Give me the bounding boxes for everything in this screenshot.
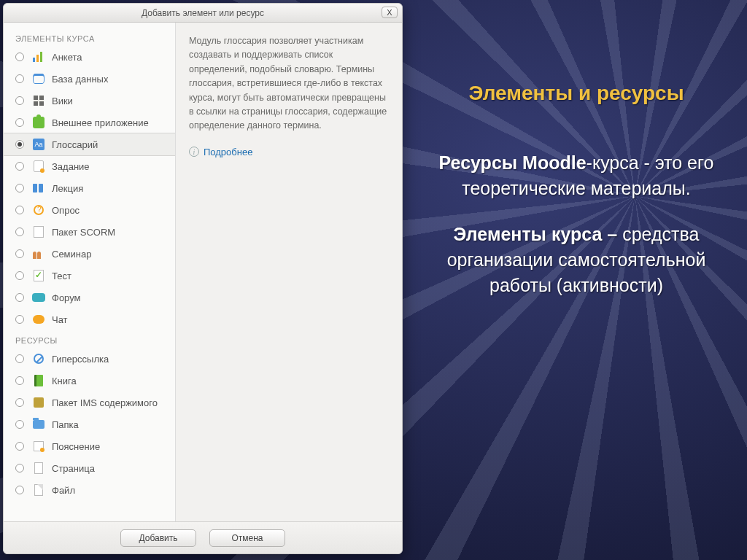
close-button[interactable]: X: [382, 7, 398, 18]
activity-item-wiki[interactable]: Вики: [4, 90, 175, 112]
item-label: Чат: [52, 314, 168, 325]
resource-item-label[interactable]: Пояснение: [4, 435, 175, 457]
resource-item-file[interactable]: Файл: [4, 479, 175, 501]
item-label: Пакет SCORM: [52, 227, 168, 238]
slide-p2-lead: Элементы курса –: [454, 224, 618, 244]
database-icon: [31, 71, 46, 86]
radio-chat[interactable]: [15, 315, 24, 324]
page-icon: [31, 461, 46, 475]
dialog-title: Добавить элемент или ресурс: [142, 8, 264, 18]
item-label: Задание: [52, 161, 168, 172]
radio-wiki[interactable]: [15, 96, 24, 105]
item-label: Пакет IMS содержимого: [52, 397, 168, 408]
item-label: Лекция: [52, 183, 168, 194]
item-label: Файл: [52, 485, 168, 496]
section-header-resources: РЕСУРСЫ: [4, 330, 175, 348]
module-list-panel[interactable]: ЭЛЕМЕНТЫ КУРСА АнкетаБаза данныхВикиВнеш…: [4, 23, 176, 521]
radio-url[interactable]: [15, 354, 24, 363]
book-icon: [31, 373, 46, 388]
add-button[interactable]: Добавить: [120, 529, 196, 547]
radio-assignment[interactable]: [15, 162, 24, 171]
label-icon: [31, 439, 46, 454]
radio-survey[interactable]: [15, 52, 24, 61]
activity-item-survey[interactable]: Анкета: [4, 46, 175, 68]
resource-item-folder[interactable]: Папка: [4, 413, 175, 435]
activity-item-lesson[interactable]: Лекция: [4, 177, 175, 199]
radio-book[interactable]: [15, 376, 24, 385]
more-help-link[interactable]: i Подробнее: [189, 147, 389, 158]
slide-paragraph-1: Ресурсы Moodle-курса - это его теоретиче…: [430, 150, 722, 201]
activity-item-database[interactable]: База данных: [4, 68, 175, 90]
dialog-body: ЭЛЕМЕНТЫ КУРСА АнкетаБаза данныхВикиВнеш…: [4, 23, 402, 521]
activity-item-forum[interactable]: Форум: [4, 287, 175, 308]
slide-p1-lead: Ресурсы Moodle: [439, 152, 587, 173]
survey-icon: [31, 50, 46, 64]
scorm-icon: [31, 225, 46, 239]
activity-item-assignment[interactable]: Задание: [4, 155, 175, 177]
item-label: Анкета: [52, 52, 168, 63]
radio-database[interactable]: [15, 74, 24, 83]
radio-ims[interactable]: [15, 398, 24, 407]
section-header-activities: ЭЛЕМЕНТЫ КУРСА: [4, 28, 175, 46]
item-label: Вики: [52, 96, 168, 106]
slide-text-block: Элементы и ресурсы Ресурсы Moodle-курса …: [430, 80, 722, 319]
more-help-label: Подробнее: [204, 147, 252, 158]
radio-label[interactable]: [15, 442, 24, 451]
choice-icon: [31, 203, 46, 217]
item-label: Страница: [52, 463, 168, 474]
wiki-icon: [31, 93, 46, 108]
forum-icon: [31, 290, 46, 305]
info-icon: i: [189, 147, 199, 157]
slide-paragraph-2: Элементы курса – средства организации са…: [430, 222, 722, 298]
ims-icon: [31, 395, 46, 410]
module-description: Модуль глоссария позволяет участникам со…: [189, 34, 389, 133]
resource-item-url[interactable]: Гиперссылка: [4, 348, 175, 370]
dialog-footer: Добавить Отмена: [4, 521, 402, 553]
radio-lti[interactable]: [15, 118, 24, 127]
item-label: Тест: [52, 271, 168, 281]
resource-item-ims[interactable]: Пакет IMS содержимого: [4, 392, 175, 413]
radio-forum[interactable]: [15, 293, 24, 302]
radio-workshop[interactable]: [15, 249, 24, 258]
activity-item-scorm[interactable]: Пакет SCORM: [4, 221, 175, 243]
radio-file[interactable]: [15, 486, 24, 494]
resource-item-book[interactable]: Книга: [4, 370, 175, 392]
radio-lesson[interactable]: [15, 184, 24, 192]
workshop-icon: [31, 246, 46, 261]
item-label: Книга: [52, 376, 168, 386]
radio-quiz[interactable]: [15, 271, 24, 280]
activity-item-quiz[interactable]: Тест: [4, 265, 175, 287]
glossary-icon: Aa: [31, 137, 46, 152]
radio-choice[interactable]: [15, 206, 24, 214]
item-label: Семинар: [52, 249, 168, 260]
activity-item-glossary[interactable]: AaГлоссарий: [4, 133, 175, 155]
activity-item-chat[interactable]: Чат: [4, 308, 175, 330]
radio-glossary[interactable]: [15, 140, 24, 149]
item-label: Форум: [52, 292, 168, 303]
quiz-icon: [31, 268, 46, 283]
activity-item-lti[interactable]: Внешнее приложение: [4, 112, 175, 133]
folder-icon: [31, 417, 46, 432]
lti-icon: [31, 115, 46, 130]
dialog-title-bar: Добавить элемент или ресурс X: [4, 4, 402, 23]
lesson-icon: [31, 181, 46, 195]
item-label: Папка: [52, 419, 168, 430]
radio-page[interactable]: [15, 464, 24, 472]
chat-icon: [31, 312, 46, 327]
cancel-button[interactable]: Отмена: [209, 529, 285, 547]
description-panel: Модуль глоссария позволяет участникам со…: [176, 23, 402, 521]
item-label: Опрос: [52, 205, 168, 216]
close-icon: X: [387, 8, 392, 17]
radio-scorm[interactable]: [15, 228, 24, 236]
item-label: Внешнее приложение: [52, 117, 168, 128]
activity-item-workshop[interactable]: Семинар: [4, 243, 175, 265]
radio-folder[interactable]: [15, 420, 24, 429]
slide-title: Элементы и ресурсы: [430, 80, 722, 106]
file-icon: [31, 483, 46, 497]
item-label: База данных: [52, 74, 168, 85]
activity-item-choice[interactable]: Опрос: [4, 199, 175, 221]
url-icon: [31, 351, 46, 366]
resource-item-page[interactable]: Страница: [4, 457, 175, 479]
assignment-icon: [31, 159, 46, 174]
item-label: Глоссарий: [52, 139, 168, 150]
